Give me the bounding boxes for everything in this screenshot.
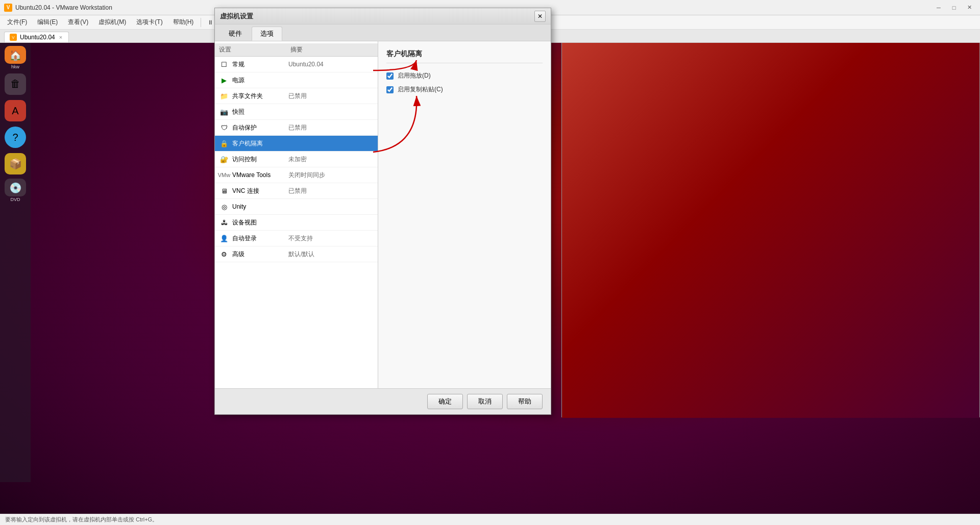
drag-drop-row: 启用拖放(D) bbox=[386, 71, 543, 80]
settings-list: 设置 摘要 ☐ 常规 Ubuntu20.04 ▶ 电源 📁 共享文件夹 已禁用 bbox=[215, 41, 378, 388]
settings-item-deviceview[interactable]: 🖧 设备视图 bbox=[215, 215, 378, 231]
menu-view[interactable]: 查看(V) bbox=[63, 16, 93, 28]
col-header-summary: 摘要 bbox=[290, 45, 374, 54]
package-icon: 📦 bbox=[5, 153, 26, 174]
autoprotect-icon: 🛡 bbox=[219, 122, 229, 133]
isolation-icon: 🔒 bbox=[219, 138, 229, 148]
dock-item-appstore[interactable]: A bbox=[4, 99, 27, 122]
ubuntu-dock: 🦊 🏠 hkw 🗑 A ? 📦 💿 DVD bbox=[0, 14, 31, 482]
settings-item-isolation[interactable]: 🔒 客户机隔离 bbox=[215, 136, 378, 152]
settings-item-access[interactable]: 🔐 访问控制 未加密 bbox=[215, 152, 378, 167]
dialog-tabs: 硬件 选项 bbox=[215, 24, 551, 41]
dock-dvd-label: DVD bbox=[10, 197, 20, 202]
shared-icon: 📁 bbox=[219, 91, 229, 101]
toolbar-separator bbox=[201, 18, 201, 27]
ok-button[interactable]: 确定 bbox=[427, 394, 463, 409]
general-summary: Ubuntu20.04 bbox=[288, 61, 374, 68]
vnc-summary: 已禁用 bbox=[288, 187, 374, 195]
minimize-button[interactable]: ─ bbox=[932, 3, 945, 13]
dialog-titlebar: 虚拟机设置 ✕ bbox=[215, 8, 551, 24]
appstore-icon: A bbox=[5, 100, 26, 121]
isolation-name: 客户机隔离 bbox=[232, 139, 288, 148]
settings-item-power[interactable]: ▶ 电源 bbox=[215, 72, 378, 88]
vmwaretools-name: VMware Tools bbox=[232, 171, 288, 179]
dialog-close-button[interactable]: ✕ bbox=[534, 11, 546, 22]
menu-tabs[interactable]: 选项卡(T) bbox=[131, 16, 167, 28]
vnc-icon: 🖥 bbox=[219, 186, 229, 196]
autoprotect-name: 自动保护 bbox=[232, 123, 288, 132]
settings-item-autologin[interactable]: 👤 自动登录 不受支持 bbox=[215, 231, 378, 246]
close-button[interactable]: ✕ bbox=[963, 3, 976, 13]
copy-paste-row: 启用复制粘贴(C) bbox=[386, 85, 543, 94]
cancel-button[interactable]: 取消 bbox=[467, 394, 503, 409]
unity-icon: ◎ bbox=[219, 202, 229, 212]
autologin-summary: 不受支持 bbox=[288, 234, 374, 243]
snapshot-icon: 📷 bbox=[219, 107, 229, 117]
maximize-button[interactable]: □ bbox=[947, 3, 961, 13]
menu-edit[interactable]: 编辑(E) bbox=[32, 16, 63, 28]
shared-name: 共享文件夹 bbox=[232, 92, 288, 101]
power-name: 电源 bbox=[232, 76, 288, 85]
status-text: 要将输入定向到该虚拟机，请在虚拟机内部单击或按 Ctrl+G。 bbox=[5, 516, 158, 523]
tab-label: Ubuntu20.04 bbox=[20, 34, 55, 41]
vmware-statusbar: 要将输入定向到该虚拟机，请在虚拟机内部单击或按 Ctrl+G。 bbox=[0, 514, 980, 525]
settings-item-shared[interactable]: 📁 共享文件夹 已禁用 bbox=[215, 88, 378, 104]
shared-summary: 已禁用 bbox=[288, 92, 374, 101]
content-panel-title: 客户机隔离 bbox=[386, 49, 543, 63]
settings-item-snapshot[interactable]: 📷 快照 bbox=[215, 104, 378, 120]
power-setting-icon: ▶ bbox=[219, 75, 229, 85]
dialog-footer: 确定 取消 帮助 bbox=[215, 388, 551, 414]
help-icon: ? bbox=[5, 127, 26, 148]
dialog-body: 设置 摘要 ☐ 常规 Ubuntu20.04 ▶ 电源 📁 共享文件夹 已禁用 bbox=[215, 41, 551, 388]
settings-content-panel: 客户机隔离 启用拖放(D) 启用复制粘贴(C) bbox=[378, 41, 551, 388]
access-icon: 🔐 bbox=[219, 154, 229, 164]
home-icon: 🏠 bbox=[5, 46, 26, 64]
dvd-icon: 💿 bbox=[5, 179, 26, 196]
window-controls: ─ □ ✕ bbox=[932, 3, 976, 13]
settings-item-general[interactable]: ☐ 常规 Ubuntu20.04 bbox=[215, 57, 378, 72]
settings-item-vnc[interactable]: 🖥 VNC 连接 已禁用 bbox=[215, 183, 378, 199]
trash-icon: 🗑 bbox=[5, 73, 26, 95]
dock-item-trash[interactable]: 🗑 bbox=[4, 72, 27, 96]
vnc-name: VNC 连接 bbox=[232, 187, 288, 195]
access-name: 访问控制 bbox=[232, 155, 288, 164]
autologin-icon: 👤 bbox=[219, 233, 229, 243]
autologin-name: 自动登录 bbox=[232, 234, 288, 243]
tab-hardware[interactable]: 硬件 bbox=[220, 27, 251, 41]
menu-file[interactable]: 文件(F) bbox=[2, 16, 32, 28]
vmware-app-icon: V bbox=[4, 4, 12, 12]
general-name: 常规 bbox=[232, 60, 288, 69]
vmwaretools-summary: 关闭时间同步 bbox=[288, 171, 374, 180]
advanced-summary: 默认/默认 bbox=[288, 250, 374, 259]
deviceview-icon: 🖧 bbox=[219, 217, 229, 228]
dialog-title: 虚拟机设置 bbox=[220, 12, 253, 21]
dock-item-package[interactable]: 📦 bbox=[4, 152, 27, 176]
general-icon: ☐ bbox=[219, 59, 229, 69]
dock-item-help[interactable]: ? bbox=[4, 126, 27, 149]
settings-list-header: 设置 摘要 bbox=[215, 43, 378, 57]
dock-item-home[interactable]: 🏠 hkw bbox=[4, 46, 27, 69]
tab-options[interactable]: 选项 bbox=[252, 27, 282, 41]
settings-item-vmwaretools[interactable]: VMw VMware Tools 关闭时间同步 bbox=[215, 167, 378, 183]
autoprotect-summary: 已禁用 bbox=[288, 123, 374, 132]
settings-item-unity[interactable]: ◎ Unity bbox=[215, 199, 378, 215]
advanced-name: 高级 bbox=[232, 250, 288, 259]
vmwaretools-icon: VMw bbox=[219, 170, 229, 180]
vm-inner-window: ─ □ ✕ bbox=[561, 14, 980, 417]
deviceview-name: 设备视图 bbox=[232, 218, 288, 227]
menu-help[interactable]: 帮助(H) bbox=[168, 16, 199, 28]
access-summary: 未加密 bbox=[288, 155, 374, 164]
tab-close-button[interactable]: × bbox=[58, 34, 63, 40]
drag-drop-checkbox[interactable] bbox=[386, 72, 394, 80]
copy-paste-label: 启用复制粘贴(C) bbox=[398, 85, 443, 94]
vm-tab-ubuntu[interactable]: V Ubuntu20.04 × bbox=[4, 32, 69, 42]
unity-name: Unity bbox=[232, 203, 288, 210]
menu-vm[interactable]: 虚拟机(M) bbox=[93, 16, 131, 28]
advanced-icon: ⚙ bbox=[219, 249, 229, 259]
dock-item-dvd[interactable]: 💿 DVD bbox=[4, 179, 27, 202]
copy-paste-checkbox[interactable] bbox=[386, 86, 394, 93]
settings-item-advanced[interactable]: ⚙ 高级 默认/默认 bbox=[215, 246, 378, 262]
tab-vm-icon: V bbox=[10, 34, 17, 41]
settings-item-autoprotect[interactable]: 🛡 自动保护 已禁用 bbox=[215, 120, 378, 136]
help-button[interactable]: 帮助 bbox=[507, 394, 543, 409]
